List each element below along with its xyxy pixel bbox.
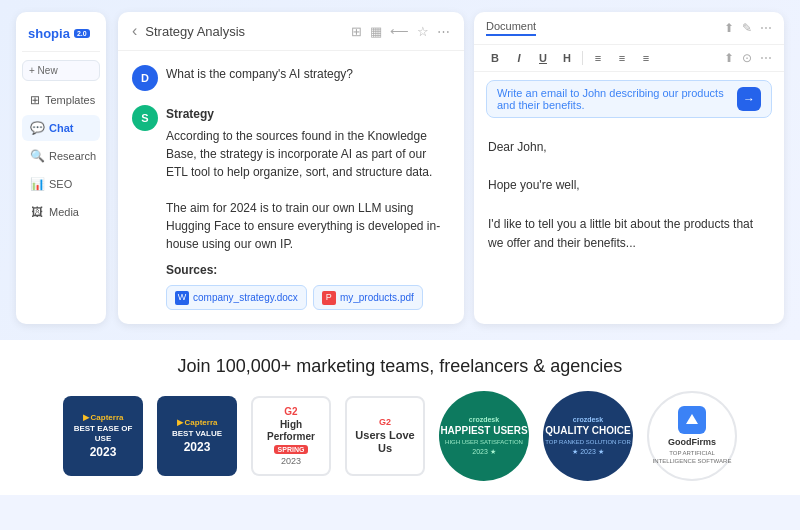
- app-section: shopia 2.0 + New ⊞ Templates 💬 Chat 🔍 Re…: [0, 0, 800, 340]
- g2-logo: G2: [284, 406, 297, 417]
- upload-icon[interactable]: ⬆: [724, 21, 734, 35]
- sidebar-item-label: Chat: [49, 122, 73, 134]
- source-chip-1[interactable]: W company_strategy.docx: [166, 285, 307, 310]
- more-icon[interactable]: ⋯: [760, 21, 772, 35]
- badge-g2-performer: G2 High Performer SPRING 2023: [251, 396, 331, 476]
- bottom-section: Join 100,000+ marketing teams, freelance…: [0, 340, 800, 495]
- sidebar-item-media[interactable]: 🖼 Media: [22, 199, 100, 225]
- toolbar-left: B I U H ≡ ≡ ≡: [486, 51, 655, 65]
- toolbar-right: ⬆ ⊙ ⋯: [724, 51, 772, 65]
- share-doc-icon[interactable]: ⬆: [724, 51, 734, 65]
- join-text: Join 100,000+ marketing teams, freelance…: [20, 356, 780, 377]
- doc-line-3: I'd like to tell you a little bit about …: [488, 215, 770, 253]
- logo-badge: 2.0: [74, 29, 90, 38]
- badge-quality-choice: crozdesk QUALITY CHOICE TOP RANKED SOLUT…: [543, 391, 633, 481]
- media-icon: 🖼: [30, 205, 44, 219]
- share-icon[interactable]: ⟵: [390, 24, 409, 39]
- capterra-value-year: 2023: [184, 440, 211, 454]
- chat-panel: ‹ ⊞ ▦ ⟵ ☆ ⋯ D What is the company's AI s…: [118, 12, 464, 324]
- badge-capterra-value: ▶ Capterra BEST VALUE 2023: [157, 396, 237, 476]
- gf-icon: [678, 406, 706, 434]
- doc-header-icons: ⬆ ✎ ⋯: [724, 21, 772, 35]
- sidebar-item-templates[interactable]: ⊞ Templates: [22, 87, 100, 113]
- columns-icon[interactable]: ▦: [370, 24, 382, 39]
- ai-message: S Strategy According to the sources foun…: [132, 105, 450, 310]
- logo-text: shopia: [28, 26, 70, 41]
- qb-main-label: QUALITY CHOICE: [545, 425, 630, 437]
- doc-tab[interactable]: Document: [486, 20, 536, 36]
- italic-button[interactable]: I: [510, 52, 528, 64]
- ai-message-content: Strategy According to the sources found …: [166, 105, 450, 310]
- qb-logo: crozdesk: [573, 416, 603, 423]
- chat-header: ‹ ⊞ ▦ ⟵ ☆ ⋯: [118, 12, 464, 51]
- chat-title-input[interactable]: [145, 24, 343, 39]
- more-icon[interactable]: ⋯: [437, 24, 450, 39]
- new-button[interactable]: + New: [22, 60, 100, 81]
- g2-performer-label: High Performer: [259, 419, 323, 443]
- hb-logo: crozdesk: [469, 416, 499, 423]
- link-icon[interactable]: ⊙: [742, 51, 752, 65]
- g2-performer-year: 2023: [281, 456, 301, 466]
- more-doc-icon[interactable]: ⋯: [760, 51, 772, 65]
- logo-area: shopia 2.0: [22, 22, 100, 52]
- badges-row: ▶ Capterra BEST EASE OF USE 2023 ▶ Capte…: [20, 391, 780, 481]
- doc-toolbar: B I U H ≡ ≡ ≡ ⬆ ⊙ ⋯: [474, 45, 784, 72]
- sidebar-item-label: Media: [49, 206, 79, 218]
- qb-year-label: ★ 2023 ★: [572, 448, 603, 456]
- capterra-logo-text-2: Capterra: [185, 418, 218, 427]
- sidebar: shopia 2.0 + New ⊞ Templates 💬 Chat 🔍 Re…: [16, 12, 106, 324]
- badge-goodfirms: GoodFirms TOP ARTIFICIAL INTELLIGENCE SO…: [647, 391, 737, 481]
- doc-prompt-text: Write an email to John describing our pr…: [497, 87, 731, 111]
- source-chip-label: my_products.pdf: [340, 290, 414, 305]
- source-chip-2[interactable]: P my_products.pdf: [313, 285, 423, 310]
- capterra-logo-2: ▶ Capterra: [177, 418, 218, 427]
- ul-main-label: Users Love Us: [353, 429, 417, 455]
- source-chips: W company_strategy.docx P my_products.pd…: [166, 285, 450, 310]
- list-button[interactable]: ≡: [637, 52, 655, 64]
- doc-prompt-bar: Write an email to John describing our pr…: [486, 80, 772, 118]
- badge-happiest-users: crozdesk HAPPIEST USERS HIGH USER SATISF…: [439, 391, 529, 481]
- doc-body: Dear John, Hope you're well, I'd like to…: [474, 126, 784, 324]
- capterra-ease-label: BEST EASE OF USE: [69, 424, 137, 443]
- seo-icon: 📊: [30, 177, 44, 191]
- edit-icon[interactable]: ✎: [742, 21, 752, 35]
- gf-sub-label: TOP ARTIFICIAL INTELLIGENCE SOFTWARE: [649, 450, 735, 466]
- sidebar-item-chat[interactable]: 💬 Chat: [22, 115, 100, 141]
- star-icon[interactable]: ☆: [417, 24, 429, 39]
- pdf-icon: P: [322, 291, 336, 305]
- research-icon: 🔍: [30, 149, 44, 163]
- gf-name: GoodFirms: [668, 437, 716, 447]
- main-content: ‹ ⊞ ▦ ⟵ ☆ ⋯ D What is the company's AI s…: [118, 12, 784, 324]
- capterra-logo: ▶ Capterra: [83, 413, 124, 422]
- sidebar-item-seo[interactable]: 📊 SEO: [22, 171, 100, 197]
- badge-users-love: G2 Users Love Us: [345, 396, 425, 476]
- back-button[interactable]: ‹: [132, 22, 137, 40]
- doc-header: Document ⬆ ✎ ⋯: [474, 12, 784, 45]
- align-center-button[interactable]: ≡: [613, 52, 631, 64]
- grid-icon[interactable]: ⊞: [351, 24, 362, 39]
- align-left-button[interactable]: ≡: [589, 52, 607, 64]
- sources-label: Sources:: [166, 261, 450, 279]
- bold-button[interactable]: B: [486, 52, 504, 64]
- doc-line-1: Dear John,: [488, 138, 770, 157]
- sidebar-item-research[interactable]: 🔍 Research: [22, 143, 100, 169]
- badge-capterra-ease: ▶ Capterra BEST EASE OF USE 2023: [63, 396, 143, 476]
- toolbar-separator: [582, 51, 583, 65]
- capterra-ease-year: 2023: [90, 445, 117, 459]
- capterra-arrow-icon-2: ▶: [177, 418, 183, 427]
- ai-avatar: S: [132, 105, 158, 131]
- qb-sub-label: TOP RANKED SOLUTION FOR: [545, 439, 630, 447]
- sidebar-item-label: Research: [49, 150, 96, 162]
- user-message-content: What is the company's AI strategy?: [166, 65, 450, 91]
- capterra-logo-text: Capterra: [91, 413, 124, 422]
- ai-response-title: Strategy: [166, 105, 450, 123]
- user-message: D What is the company's AI strategy?: [132, 65, 450, 91]
- capterra-value-label: BEST VALUE: [172, 429, 222, 439]
- strikethrough-button[interactable]: H: [558, 52, 576, 64]
- underline-button[interactable]: U: [534, 52, 552, 64]
- chat-icon: 💬: [30, 121, 44, 135]
- chat-body: D What is the company's AI strategy? S S…: [118, 51, 464, 324]
- sidebar-item-label: Templates: [45, 94, 95, 106]
- hb-year-label: 2023 ★: [472, 448, 496, 456]
- send-button[interactable]: →: [737, 87, 761, 111]
